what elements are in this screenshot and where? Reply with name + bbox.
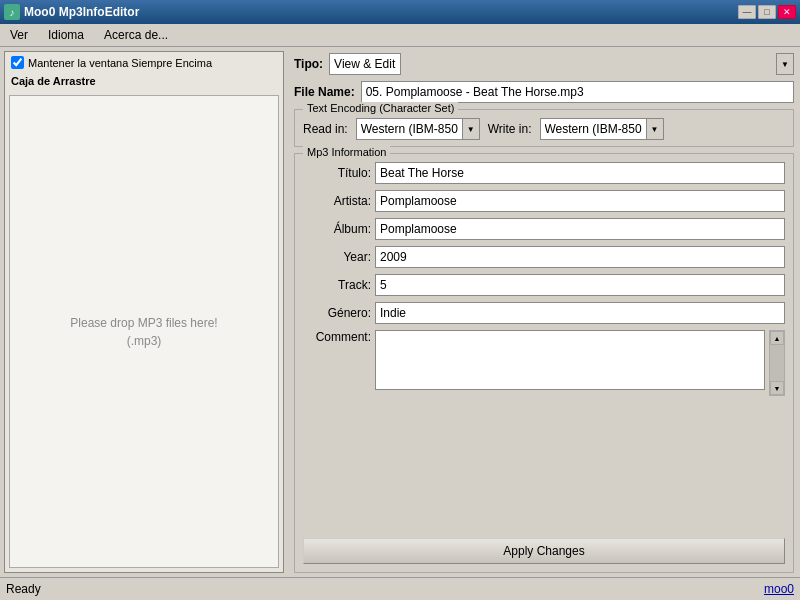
read-in-select[interactable]: Western (IBM-850	[356, 118, 480, 140]
write-in-label: Write in:	[488, 122, 532, 136]
genero-label: Género:	[303, 306, 371, 320]
titulo-label: Título:	[303, 166, 371, 180]
year-label: Year:	[303, 250, 371, 264]
album-label: Álbum:	[303, 222, 371, 236]
mp3-info-label: Mp3 Information	[303, 146, 390, 158]
track-row: Track:	[303, 274, 785, 296]
comment-scrollbar: ▲ ▼	[769, 330, 785, 396]
drop-hint-line1: Please drop MP3 files here!	[70, 314, 217, 332]
drop-hint-line2: (.mp3)	[70, 332, 217, 350]
track-label: Track:	[303, 278, 371, 292]
title-row: Título:	[303, 162, 785, 184]
filename-row: File Name:	[294, 81, 794, 103]
track-field[interactable]	[375, 274, 785, 296]
comment-row: Comment: ▲ ▼	[303, 330, 785, 534]
write-in-select-wrap: Western (IBM-850 ▼	[540, 118, 664, 140]
always-on-top-label: Mantener la ventana Siempre Encima	[28, 57, 212, 69]
status-bar: Ready moo0	[0, 577, 800, 599]
drop-area[interactable]: Please drop MP3 files here! (.mp3)	[9, 95, 279, 568]
mp3-info-group: Mp3 Information Título: Artista: Álbum: …	[294, 153, 794, 573]
read-in-select-wrap: Western (IBM-850 ▼	[356, 118, 480, 140]
artista-label: Artista:	[303, 194, 371, 208]
filename-label: File Name:	[294, 85, 355, 99]
menu-acerca[interactable]: Acerca de...	[98, 26, 174, 44]
always-on-top-checkbox[interactable]	[11, 56, 24, 69]
title-bar-left: ♪ Moo0 Mp3InfoEditor	[4, 4, 139, 20]
menu-bar: Ver Idioma Acerca de...	[0, 24, 800, 47]
menu-idioma[interactable]: Idioma	[42, 26, 90, 44]
title-controls: — □ ✕	[738, 5, 796, 19]
tipo-select[interactable]: View & Edit View Only Edit Only	[329, 53, 401, 75]
encoding-row: Read in: Western (IBM-850 ▼ Write in: We…	[303, 118, 785, 140]
filename-input[interactable]	[361, 81, 794, 103]
drag-label: Caja de Arrastre	[5, 73, 283, 91]
genre-row: Género:	[303, 302, 785, 324]
artist-row: Artista:	[303, 190, 785, 212]
status-text: Ready	[6, 582, 41, 596]
album-field[interactable]	[375, 218, 785, 240]
encoding-group: Text Encoding (Character Set) Read in: W…	[294, 109, 794, 147]
album-row: Álbum:	[303, 218, 785, 240]
scroll-thumb	[770, 345, 784, 381]
genero-field[interactable]	[375, 302, 785, 324]
encoding-group-label: Text Encoding (Character Set)	[303, 102, 458, 114]
maximize-button[interactable]: □	[758, 5, 776, 19]
titulo-field[interactable]	[375, 162, 785, 184]
scroll-down-icon[interactable]: ▼	[770, 381, 784, 395]
year-field[interactable]	[375, 246, 785, 268]
scroll-up-icon[interactable]: ▲	[770, 331, 784, 345]
tipo-row: Tipo: View & Edit View Only Edit Only ▼	[294, 53, 794, 75]
app-icon: ♪	[4, 4, 20, 20]
window-title: Moo0 Mp3InfoEditor	[24, 5, 139, 19]
comment-textarea[interactable]	[375, 330, 765, 390]
close-button[interactable]: ✕	[778, 5, 796, 19]
tipo-label: Tipo:	[294, 57, 323, 71]
write-in-select[interactable]: Western (IBM-850	[540, 118, 664, 140]
main-content: Mantener la ventana Siempre Encima Caja …	[0, 47, 800, 577]
left-panel: Mantener la ventana Siempre Encima Caja …	[4, 51, 284, 573]
tipo-select-wrapper: View & Edit View Only Edit Only ▼	[329, 53, 794, 75]
read-in-label: Read in:	[303, 122, 348, 136]
title-bar: ♪ Moo0 Mp3InfoEditor — □ ✕	[0, 0, 800, 24]
comment-label: Comment:	[303, 330, 371, 344]
always-on-top-row: Mantener la ventana Siempre Encima	[5, 52, 283, 73]
minimize-button[interactable]: —	[738, 5, 756, 19]
moo0-link[interactable]: moo0	[764, 582, 794, 596]
right-panel: Tipo: View & Edit View Only Edit Only ▼ …	[288, 47, 800, 577]
year-row: Year:	[303, 246, 785, 268]
apply-changes-button[interactable]: Apply Changes	[303, 538, 785, 564]
tipo-select-arrow-icon[interactable]: ▼	[776, 53, 794, 75]
menu-ver[interactable]: Ver	[4, 26, 34, 44]
artista-field[interactable]	[375, 190, 785, 212]
